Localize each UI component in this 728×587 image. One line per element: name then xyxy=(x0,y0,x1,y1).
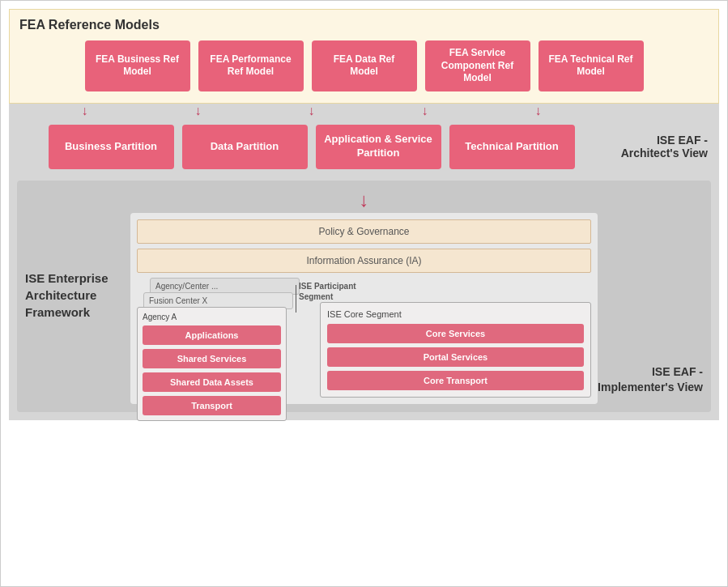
ise-core-label: ISE Core Segment xyxy=(327,309,584,319)
arrow-technical: ↓ xyxy=(486,104,591,118)
implementer-view-label: ISE EAF - Implementer's View xyxy=(598,187,703,404)
fea-box-business: FEA Business Ref Model xyxy=(85,40,190,91)
layer-agency-a: Agency A Applications Shared Services Sh… xyxy=(137,307,287,421)
core-transport: Core Transport xyxy=(327,371,584,390)
arrow-line-1 xyxy=(296,285,300,295)
inner-container: Policy & Governance Information Assuranc… xyxy=(130,213,598,404)
partition-data: Data Partition xyxy=(182,125,308,169)
partition-technical: Technical Partition xyxy=(449,125,575,169)
fea-box-performance: FEA Performance Ref Model xyxy=(198,40,304,91)
partitions-row: Business Partition Data Partition Applic… xyxy=(17,118,606,176)
arrow-data: ↓ xyxy=(259,104,364,118)
agency-transport: Transport xyxy=(143,396,281,415)
arrow-line-3 xyxy=(296,308,300,313)
implementer-view-text: ISE EAF - Implementer's View xyxy=(598,364,703,396)
agency-a-label: Agency A xyxy=(143,313,281,321)
participant-core-area: Agency/Center ... Fusion Center X Agency… xyxy=(137,278,591,398)
ise-participant-label: ISE Participant Segment xyxy=(299,281,364,302)
big-arrow-down: ↓ xyxy=(130,189,598,211)
fea-box-data: FEA Data Ref Model xyxy=(312,40,417,91)
partition-business: Business Partition xyxy=(49,125,174,169)
left-label-text: ISE Enterprise Architecture Framework xyxy=(25,270,130,321)
agency-shared-data: Shared Data Assets xyxy=(143,372,281,392)
lower-inner: ↓ Policy & Governance Information Assura… xyxy=(130,187,598,404)
fea-section: FEA Reference Models FEA Business Ref Mo… xyxy=(9,9,719,104)
fea-title: FEA Reference Models xyxy=(19,18,709,32)
ise-core-area: ISE Core Segment Core Services Portal Se… xyxy=(320,302,591,398)
arrow-performance: ↓ xyxy=(146,104,251,118)
fea-boxes: FEA Business Ref Model FEA Performance R… xyxy=(19,40,709,91)
stacked-agencies: Agency/Center ... Fusion Center X Agency… xyxy=(137,278,307,398)
gray-section: ↓ ↓ ↓ ↓ ↓ Business Partition Data Partit… xyxy=(9,104,719,420)
core-services: Core Services xyxy=(327,324,584,343)
arrow-line-2 xyxy=(296,295,300,308)
fea-box-service: FEA Service Component Ref Model xyxy=(425,40,530,91)
arrow-service: ↓ xyxy=(373,104,478,118)
portal-services: Portal Services xyxy=(327,347,584,367)
partition-app-service: Application & Service Partition xyxy=(316,125,441,169)
ia-bar: Information Assurance (IA) xyxy=(137,249,591,273)
policy-governance-bar: Policy & Governance xyxy=(137,219,591,244)
arrow-business: ↓ xyxy=(32,104,138,118)
agency-shared-services: Shared Services xyxy=(143,349,281,368)
combined-lower: ISE Enterprise Architecture Framework ↓ … xyxy=(17,181,711,412)
ise-core-box: ISE Core Segment Core Services Portal Se… xyxy=(320,302,591,398)
left-label: ISE Enterprise Architecture Framework xyxy=(25,187,130,404)
agency-applications: Applications xyxy=(143,325,281,345)
fea-box-technical: FEA Technical Ref Model xyxy=(539,40,644,91)
main-container: FEA Reference Models FEA Business Ref Mo… xyxy=(0,0,728,587)
architect-view-label: ISE EAF - Architect's View xyxy=(606,134,708,160)
